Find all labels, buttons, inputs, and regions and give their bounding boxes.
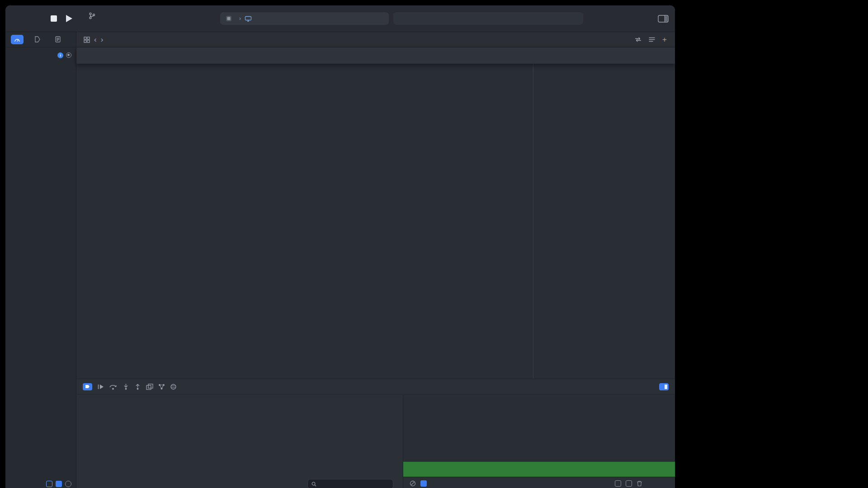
thread-header[interactable]: [5, 60, 76, 72]
console-toggle-icon[interactable]: [659, 383, 669, 390]
navigator-bottom-bar: [5, 477, 76, 488]
navigator-tab-bar: [5, 32, 76, 47]
breakpoints-toggle-icon[interactable]: [83, 383, 92, 390]
activity-viewer[interactable]: [393, 12, 583, 25]
output-filter-all-icon[interactable]: [615, 480, 621, 487]
sticky-declaration-line: [76, 47, 675, 64]
run-button[interactable]: [66, 15, 72, 22]
filter-mode-icon[interactable]: [46, 481, 52, 487]
back-button[interactable]: ‹: [94, 36, 97, 43]
chevron-separator-icon: ›: [239, 15, 241, 22]
forward-button[interactable]: ›: [101, 36, 104, 43]
xcode-window: ›: [5, 5, 675, 488]
trash-icon[interactable]: [637, 480, 642, 487]
debug-area: [76, 394, 675, 488]
add-editor-icon[interactable]: +: [662, 35, 667, 44]
bundle-icon: [226, 15, 232, 22]
debug-navigator: i: [5, 32, 76, 488]
tab-report-navigator[interactable]: [55, 36, 61, 42]
editor-options-icon[interactable]: [649, 37, 655, 42]
debug-bar: [76, 379, 675, 394]
mac-device-icon: [245, 16, 252, 22]
console-mode-icon[interactable]: [420, 480, 427, 487]
variables-filter-field[interactable]: [307, 479, 393, 488]
process-row[interactable]: i: [5, 50, 76, 60]
search-icon: [311, 482, 316, 487]
queue-header[interactable]: [5, 93, 76, 104]
console-bottom-bar: [403, 477, 675, 488]
record-icon[interactable]: [66, 52, 71, 58]
toolbar: ›: [5, 5, 675, 32]
stop-button[interactable]: [51, 15, 57, 22]
page-guide-line: [533, 64, 533, 379]
related-items-icon[interactable]: [84, 37, 90, 43]
console-view[interactable]: [403, 394, 675, 488]
jump-bar: ‹ › +: [76, 32, 675, 47]
editor-layout-icon[interactable]: [658, 15, 669, 23]
branch-icon: [89, 12, 95, 19]
variables-view: [76, 394, 403, 488]
source-editor[interactable]: [76, 64, 675, 379]
environment-overrides-icon[interactable]: [170, 384, 177, 390]
pause-filter-icon[interactable]: [65, 481, 71, 487]
output-filter-errors-icon[interactable]: [626, 480, 632, 487]
scheme-selector[interactable]: ›: [220, 12, 389, 25]
step-into-icon[interactable]: [123, 384, 129, 390]
view-hierarchy-icon[interactable]: [146, 384, 153, 390]
lldb-prompt-row[interactable]: [403, 462, 675, 477]
clear-console-icon[interactable]: [410, 480, 416, 487]
continue-icon[interactable]: [97, 384, 104, 390]
console-output: [403, 394, 675, 399]
tab-breakpoint-navigator[interactable]: [34, 36, 40, 42]
memory-graph-icon[interactable]: [158, 384, 165, 390]
step-over-icon[interactable]: [109, 384, 118, 390]
tab-debug-navigator[interactable]: [11, 35, 24, 44]
counterparts-icon[interactable]: [635, 37, 642, 42]
step-out-icon[interactable]: [134, 384, 141, 390]
flatten-mode-icon[interactable]: [56, 481, 62, 487]
info-icon[interactable]: i: [57, 52, 63, 58]
